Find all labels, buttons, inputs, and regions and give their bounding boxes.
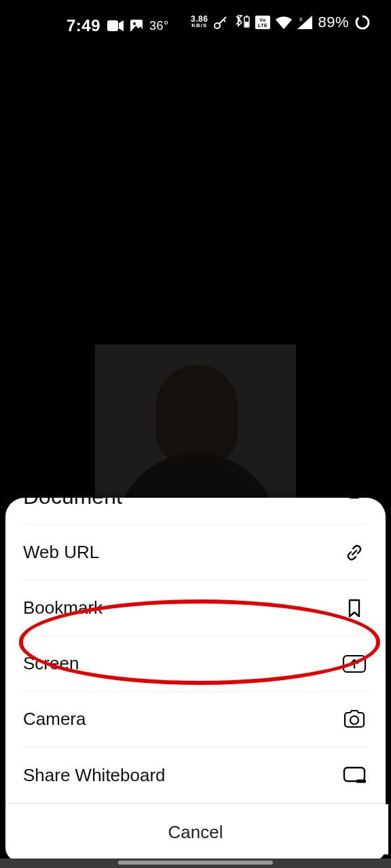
key-icon <box>213 15 228 30</box>
svg-text:LTE: LTE <box>258 23 267 28</box>
svg-rect-0 <box>107 20 118 31</box>
bookmark-icon <box>341 598 368 618</box>
battery-ring-icon <box>354 14 371 31</box>
menu-label: Web URL <box>23 542 99 563</box>
menu-label: Share Whiteboard <box>23 765 166 786</box>
home-indicator <box>0 859 391 868</box>
signal-icon: x <box>297 16 312 29</box>
svg-text:x: x <box>299 16 303 22</box>
svg-rect-12 <box>349 498 360 498</box>
background-user-photo <box>95 344 296 521</box>
videocam-icon <box>107 20 124 31</box>
link-icon <box>341 543 368 562</box>
status-time: 7:49 <box>67 16 100 35</box>
menu-item-document[interactable]: Document <box>23 498 368 525</box>
status-temp: 36° <box>149 19 169 33</box>
wifi-icon <box>276 16 292 29</box>
battery-percent: 89% <box>318 14 349 31</box>
svg-rect-15 <box>344 768 365 781</box>
svg-rect-5 <box>245 22 248 26</box>
image-icon <box>130 20 143 32</box>
corner-artifact <box>335 804 388 854</box>
share-bottom-sheet: Document Web URL Bookmark Screen Camera <box>5 498 386 861</box>
screen-share-icon <box>341 654 368 673</box>
camera-icon <box>341 710 368 729</box>
bluetooth-battery-icon <box>234 15 250 30</box>
menu-label: Bookmark <box>23 597 103 618</box>
svg-text:Vo: Vo <box>260 18 266 22</box>
status-bar: 7:49 36° 3.86KB/S VoLTE x 89% <box>0 0 391 39</box>
network-speed: 3.86KB/S <box>191 16 208 29</box>
svg-rect-6 <box>246 16 248 17</box>
menu-item-bookmark[interactable]: Bookmark <box>23 580 368 636</box>
menu-label: Screen <box>23 653 79 674</box>
cancel-label: Cancel <box>168 822 223 843</box>
svg-point-2 <box>133 22 136 25</box>
menu-item-whiteboard[interactable]: Share Whiteboard <box>23 747 368 803</box>
volte-icon: VoLTE <box>255 16 270 29</box>
menu-item-camera[interactable]: Camera <box>23 692 368 747</box>
document-icon <box>341 498 368 499</box>
svg-point-11 <box>356 16 369 28</box>
menu-item-web-url[interactable]: Web URL <box>23 525 368 580</box>
menu-label: Document <box>23 498 122 509</box>
svg-point-3 <box>215 23 220 28</box>
cancel-button[interactable]: Cancel <box>5 803 386 861</box>
whiteboard-icon <box>341 766 368 784</box>
menu-label: Camera <box>23 709 86 730</box>
menu-item-screen[interactable]: Screen <box>23 636 368 692</box>
share-menu-list: Document Web URL Bookmark Screen Camera <box>5 498 386 803</box>
svg-point-14 <box>350 716 358 724</box>
